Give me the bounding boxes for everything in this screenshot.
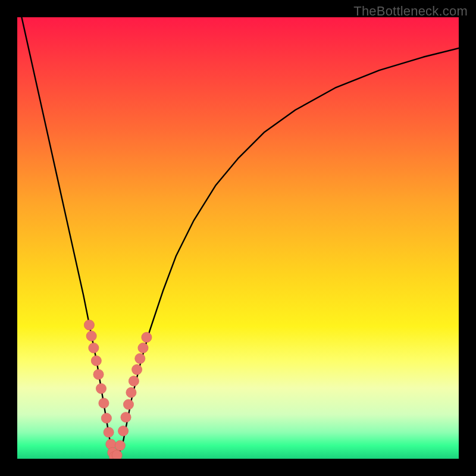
sample-dot [112, 450, 122, 459]
sample-dot [129, 376, 139, 386]
sample-dot [96, 383, 106, 393]
sample-dot [115, 440, 125, 450]
sample-dot [93, 369, 104, 380]
sample-dot [89, 343, 99, 353]
plot-area [17, 17, 459, 459]
sample-dot [101, 413, 111, 423]
sample-dot [121, 412, 131, 422]
sample-dots [84, 320, 152, 459]
sample-dot [86, 331, 96, 341]
chart-frame: TheBottleneck.com [0, 0, 476, 476]
sample-dot [131, 365, 142, 375]
sample-dot [84, 320, 94, 330]
watermark-text: TheBottleneck.com [353, 4, 468, 19]
sample-dot [118, 426, 128, 436]
sample-dot [142, 332, 152, 342]
bottleneck-curve [21, 17, 459, 455]
sample-dot [91, 356, 101, 366]
sample-dot [126, 387, 136, 397]
sample-dot [135, 353, 145, 364]
sample-dot [123, 399, 133, 409]
sample-dot [99, 398, 109, 408]
chart-svg [17, 17, 459, 459]
sample-dot [104, 427, 114, 437]
curve-path [21, 17, 459, 455]
sample-dot [138, 343, 148, 353]
